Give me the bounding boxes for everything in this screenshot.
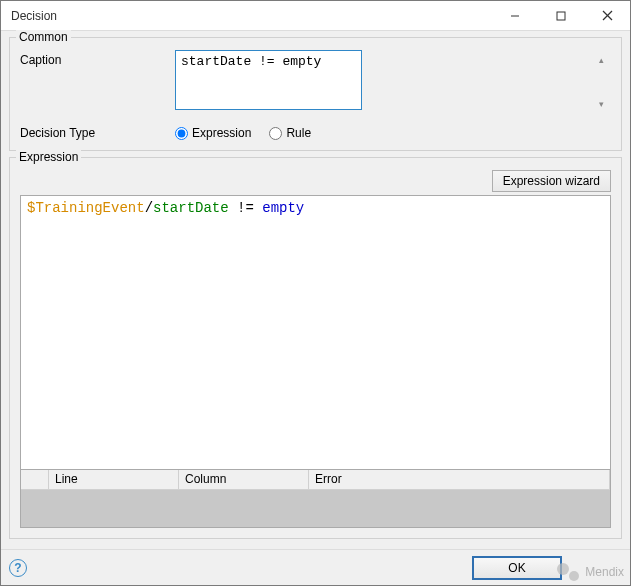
help-icon[interactable]: ? <box>9 559 27 577</box>
decision-type-row: Decision Type Expression Rule <box>20 123 611 140</box>
dialog-footer: ? OK Mendix <box>1 549 630 585</box>
maximize-icon <box>556 11 566 21</box>
minimize-button[interactable] <box>492 1 538 31</box>
titlebar-buttons <box>492 1 630 31</box>
expression-legend: Expression <box>16 150 81 164</box>
ok-button[interactable]: OK <box>472 556 562 580</box>
radio-rule[interactable]: Rule <box>269 126 311 140</box>
token-attribute: startDate <box>153 200 229 216</box>
token-separator: / <box>145 200 153 216</box>
expression-group: Expression Expression wizard $TrainingEv… <box>9 157 622 539</box>
error-col-icon <box>21 470 49 489</box>
watermark: Mendix <box>557 563 624 581</box>
expression-wizard-button[interactable]: Expression wizard <box>492 170 611 192</box>
error-col-line: Line <box>49 470 179 489</box>
caption-input[interactable] <box>175 50 362 110</box>
error-list-header: Line Column Error <box>21 470 610 490</box>
window-title: Decision <box>1 9 492 23</box>
decision-type-options: Expression Rule <box>175 123 311 140</box>
error-list: Line Column Error <box>20 470 611 528</box>
common-legend: Common <box>16 30 71 44</box>
wechat-icon <box>557 563 579 581</box>
minimize-icon <box>510 11 520 21</box>
error-col-column: Column <box>179 470 309 489</box>
close-icon <box>602 10 613 21</box>
decision-type-label: Decision Type <box>20 123 175 140</box>
dialog-body: Common Caption ▴ ▾ Decision Type Express… <box>1 31 630 549</box>
scroll-up-icon[interactable]: ▴ <box>593 51 610 68</box>
token-operator: != <box>229 200 263 216</box>
error-list-body <box>21 490 610 527</box>
maximize-button[interactable] <box>538 1 584 31</box>
svg-rect-1 <box>557 12 565 20</box>
radio-expression-input[interactable] <box>175 127 188 140</box>
radio-rule-input[interactable] <box>269 127 282 140</box>
caption-input-wrap: ▴ ▾ <box>175 50 611 113</box>
caption-label: Caption <box>20 50 175 67</box>
radio-expression-label: Expression <box>192 126 251 140</box>
token-variable: $TrainingEvent <box>27 200 145 216</box>
radio-expression[interactable]: Expression <box>175 126 251 140</box>
expression-editor[interactable]: $TrainingEvent/startDate != empty <box>20 195 611 470</box>
token-keyword: empty <box>262 200 304 216</box>
radio-rule-label: Rule <box>286 126 311 140</box>
common-group: Common Caption ▴ ▾ Decision Type Express… <box>9 37 622 151</box>
wizard-row: Expression wizard <box>20 170 611 192</box>
close-button[interactable] <box>584 1 630 31</box>
scroll-down-icon[interactable]: ▾ <box>593 95 610 112</box>
titlebar: Decision <box>1 1 630 31</box>
watermark-brand: Mendix <box>585 565 624 579</box>
caption-row: Caption ▴ ▾ <box>20 50 611 113</box>
error-col-error: Error <box>309 470 610 489</box>
dialog-window: Decision Common Caption ▴ ▾ <box>0 0 631 586</box>
